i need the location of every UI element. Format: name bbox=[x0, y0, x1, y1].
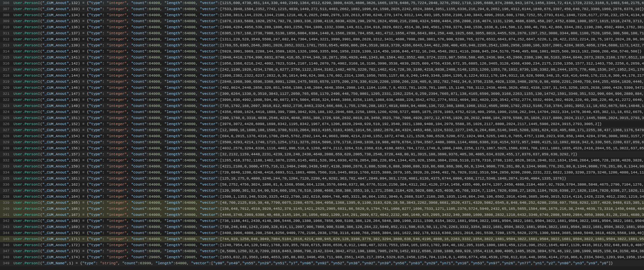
line-number: 312 bbox=[0, 36, 12, 42]
code-line: User.PersonI("_CUM_Anout",158) = {"type"… bbox=[12, 157, 644, 163]
code-line: User.PersonI("_CUM_Anout",171) = {"type"… bbox=[12, 236, 644, 242]
table-row: 307 User.PersonI("_CUM_Anout",133) = {"t… bbox=[0, 6, 644, 12]
scroll-area[interactable]: 306 User.PersonI("_CUM_Anout",132) = {"t… bbox=[0, 0, 644, 270]
table-row: 306 User.PersonI("_CUM_Anout",132) = {"t… bbox=[0, 0, 644, 6]
table-row: 343 User.PersonI("_CUM_Anout",169) = {"t… bbox=[0, 224, 644, 230]
code-line: User.PersonI("_CUM_Anout",172) = {"type"… bbox=[12, 242, 644, 248]
table-row: 324 User.PersonI("_CUM_Anout",150) = {"t… bbox=[0, 109, 644, 115]
code-line: User.PersonI("_CUM_Anout",139) = {"type"… bbox=[12, 42, 644, 48]
code-line: User.PersonI("_CUM_Anout",146) = {"type"… bbox=[12, 85, 644, 91]
code-line: User.PersonI("_CUM_Anout",135) = {"type"… bbox=[12, 18, 644, 24]
table-row: 340 User.PersonI("_CUM_Anout",166) = {"t… bbox=[0, 206, 644, 212]
code-line: User.PersonI("_CUM_Anout",167) = {"type"… bbox=[12, 212, 644, 218]
code-line: User.PersonI("_CUM_Anout",149) = {"type"… bbox=[12, 103, 644, 109]
table-row: 345 User.PersonI("_CUM_Anout",171) = {"t… bbox=[0, 236, 644, 242]
line-number: 348 bbox=[0, 254, 12, 260]
code-line: User.PersonI("_CUM_Anout",133) = {"type"… bbox=[12, 6, 644, 12]
code-line: User.PersonI("_CUM_Anout",168) = {"type"… bbox=[12, 218, 644, 224]
table-row: 347 User.PersonI("_CUM_Anout",173) = {"t… bbox=[0, 248, 644, 254]
table-row: 311 User.PersonI("_CUM_Anout",137) = {"t… bbox=[0, 30, 644, 36]
line-number: 313 bbox=[0, 42, 12, 48]
code-line: User.PersonI("_CUM_Anout",147) = {"type"… bbox=[12, 91, 644, 97]
line-number: 340 bbox=[0, 206, 12, 212]
table-row: 310 User.PersonI("_CUM_Anout",136) = {"t… bbox=[0, 24, 644, 30]
code-table: 306 User.PersonI("_CUM_Anout",132) = {"t… bbox=[0, 0, 644, 266]
code-line: User.PersonI("_CUM_Anout",166) = {"type"… bbox=[12, 206, 644, 212]
line-number: 338 bbox=[0, 194, 12, 200]
table-row: 330 User.PersonI("_CUM_Anout",156) = {"t… bbox=[0, 145, 644, 151]
line-number: 321 bbox=[0, 91, 12, 97]
line-number: 320 bbox=[0, 85, 12, 91]
code-line: User.PersonI("_CUM_Name",1) = {"type": "… bbox=[12, 260, 644, 266]
code-line: User.PersonI("_CUM_Anout",150) = {"type"… bbox=[12, 109, 644, 115]
code-line: User.PersonI("_CUM_Anout",160) = {"type"… bbox=[12, 169, 644, 176]
table-row: 332 User.PersonI("_CUM_Anout",158) = {"t… bbox=[0, 157, 644, 163]
code-line: User.PersonI("_CUM_Anout",153) = {"type"… bbox=[12, 127, 644, 133]
line-number: 331 bbox=[0, 151, 12, 157]
table-row: 321 User.PersonI("_CUM_Anout",147) = {"t… bbox=[0, 91, 644, 97]
line-number: 329 bbox=[0, 139, 12, 145]
line-number: 306 bbox=[0, 0, 12, 6]
code-line: User.PersonI("_CUM_Anout",144) = {"type"… bbox=[12, 73, 644, 79]
line-number: 336 bbox=[0, 182, 12, 188]
table-row: 346 User.PersonI("_CUM_Anout",172) = {"t… bbox=[0, 242, 644, 248]
code-line: User.PersonI("_CUM_Anout",157) = {"type"… bbox=[12, 151, 644, 157]
code-line: User.PersonI("_CUM_Anout",143) = {"type"… bbox=[12, 67, 644, 73]
code-line: User.PersonI("_CUM_Anout",161) = {"type"… bbox=[12, 176, 644, 182]
line-number: 311 bbox=[0, 30, 12, 36]
code-line: User.PersonI("_CUM_Anout",134) = {"type"… bbox=[12, 12, 644, 18]
line-number: 307 bbox=[0, 6, 12, 12]
line-number: 327 bbox=[0, 127, 12, 133]
table-row: 317 User.PersonI("_CUM_Anout",143) = {"t… bbox=[0, 67, 644, 73]
code-line: User.PersonI("_CUM_Anout",165) = {"type"… bbox=[12, 200, 644, 206]
line-number: 310 bbox=[0, 24, 12, 30]
code-line: User.PersonI("_CUM_Anout",173) = {"type"… bbox=[12, 248, 644, 254]
line-number: 318 bbox=[0, 73, 12, 79]
line-number: 322 bbox=[0, 97, 12, 103]
table-row: 315 User.PersonI("_CUM_Anout",141) = {"t… bbox=[0, 54, 644, 61]
line-number: 342 bbox=[0, 218, 12, 224]
line-number: 315 bbox=[0, 54, 12, 61]
line-number: 332 bbox=[0, 157, 12, 163]
code-line: User.PersonI("_CUM_Anout",174) = {"type"… bbox=[12, 254, 644, 260]
code-line: User.PersonI("_CUM_Anout",141) = {"type"… bbox=[12, 54, 644, 61]
line-number: 328 bbox=[0, 133, 12, 139]
code-line: User.PersonI("_CUM_Anout",159) = {"type"… bbox=[12, 163, 644, 169]
code-viewer: 306 User.PersonI("_CUM_Anout",132) = {"t… bbox=[0, 0, 644, 270]
table-row: 314 User.PersonI("_CUM_Anout",140) = {"t… bbox=[0, 48, 644, 54]
line-number: 337 bbox=[0, 188, 12, 194]
table-row: 344 User.PersonI("_CUM_Anout",170) = {"t… bbox=[0, 230, 644, 236]
code-line: User.PersonI("_CUM_Anout",136) = {"type"… bbox=[12, 24, 644, 30]
table-row: 337 User.PersonI("_CUM_Anout",163) = {"t… bbox=[0, 188, 644, 194]
line-number: 324 bbox=[0, 109, 12, 115]
code-line: User.PersonI("_CUM_Anout",138) = {"type"… bbox=[12, 36, 644, 42]
line-number: 341 bbox=[0, 212, 12, 218]
table-row: 333 User.PersonI("_CUM_Anout",159) = {"t… bbox=[0, 163, 644, 169]
table-row: 322 User.PersonI("_CUM_Anout",148) = {"t… bbox=[0, 97, 644, 103]
table-row: 349 User.PersonI("_CUM_Name",1) = {"type… bbox=[0, 260, 644, 266]
table-row: 313 User.PersonI("_CUM_Anout",139) = {"t… bbox=[0, 42, 644, 48]
table-row: 334 User.PersonI("_CUM_Anout",160) = {"t… bbox=[0, 169, 644, 176]
line-number: 339 bbox=[0, 200, 12, 206]
table-row: 328 User.PersonI("_CUM_Anout",154) = {"t… bbox=[0, 133, 644, 139]
table-row: 338 User.PersonI("_CUM_Anout",164) = {"t… bbox=[0, 194, 644, 200]
line-number: 343 bbox=[0, 224, 12, 230]
line-number: 314 bbox=[0, 48, 12, 54]
code-line: User.PersonI("_CUM_Anout",170) = {"type"… bbox=[12, 230, 644, 236]
table-row: 309 User.PersonI("_CUM_Anout",135) = {"t… bbox=[0, 18, 644, 24]
line-number: 346 bbox=[0, 242, 12, 248]
table-row: 341 User.PersonI("_CUM_Anout",167) = {"t… bbox=[0, 212, 644, 218]
line-number: 344 bbox=[0, 230, 12, 236]
table-row: 312 User.PersonI("_CUM_Anout",138) = {"t… bbox=[0, 36, 644, 42]
table-row: 326 User.PersonI("_CUM_Anout",152) = {"t… bbox=[0, 121, 644, 127]
line-number: 335 bbox=[0, 176, 12, 182]
code-line: User.PersonI("_CUM_Anout",137) = {"type"… bbox=[12, 30, 644, 36]
table-row: 336 User.PersonI("_CUM_Anout",162) = {"t… bbox=[0, 182, 644, 188]
code-line: User.PersonI("_CUM_Anout",164) = {"type"… bbox=[12, 194, 644, 200]
table-row: 320 User.PersonI("_CUM_Anout",146) = {"t… bbox=[0, 85, 644, 91]
code-line: User.PersonI("_CUM_Anout",156) = {"type"… bbox=[12, 145, 644, 151]
line-number: 325 bbox=[0, 115, 12, 121]
table-row: 325 User.PersonI("_CUM_Anout",151) = {"t… bbox=[0, 115, 644, 121]
code-line: User.PersonI("_CUM_Anout",154) = {"type"… bbox=[12, 133, 644, 139]
code-line: User.PersonI("_CUM_Anout",140) = {"type"… bbox=[12, 48, 644, 54]
